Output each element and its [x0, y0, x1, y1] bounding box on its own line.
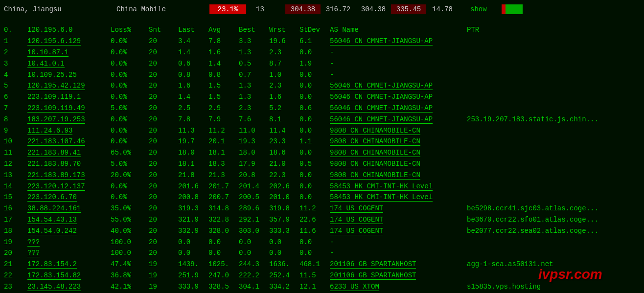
hop-stdev: 0.0	[299, 182, 330, 190]
hop-num: 13	[4, 171, 27, 179]
hop-asn[interactable]: 6233 US XTOM	[330, 283, 467, 291]
hop-best: 18.0	[239, 149, 269, 157]
hop-ip[interactable]: 154.54.43.13	[27, 216, 111, 224]
hop-wrst: 319.8	[269, 204, 299, 212]
hop-asn[interactable]: -	[330, 238, 467, 246]
hop-asn[interactable]: 174 US COGENT	[330, 227, 467, 235]
hop-asn[interactable]: 56046 CN CMNET-JIANGSU-AP	[330, 115, 467, 123]
hop-asn[interactable]: -	[330, 48, 467, 56]
hop-best: 3.3	[239, 37, 269, 45]
hop-asn[interactable]: 56046 CN CMNET-JIANGSU-AP	[330, 82, 467, 90]
hop-num: 2	[4, 48, 27, 56]
hop-stdev: 0.0	[299, 93, 330, 101]
hop-asn[interactable]: 9808 CN CHINAMOBILE-CN	[330, 149, 467, 157]
hop-ptr: be5298.ccr41.sjc03.atlas.coge...	[467, 204, 640, 212]
hop-num: 23	[4, 283, 27, 291]
hop-asn[interactable]: 201106 GB SPARTANHOST	[330, 271, 467, 279]
hop-asn[interactable]: 58453 HK CMI-INT-HK Level	[330, 193, 467, 201]
hop-ip[interactable]: 10.109.25.25	[27, 71, 111, 79]
hop-asn[interactable]: 201106 GB SPARTANHOST	[330, 260, 467, 268]
hop-ip[interactable]: 223.120.12.137	[27, 182, 111, 190]
hop-loss: 0.0%	[111, 137, 149, 145]
hop-last: 251.9	[178, 271, 208, 279]
hop-asn[interactable]: 9808 CN CHINAMOBILE-CN	[330, 160, 467, 168]
hop-num: 9	[4, 127, 27, 135]
location: China, Jiangsu	[4, 5, 116, 13]
hop-asn[interactable]: 174 US COGENT	[330, 216, 467, 224]
hop-avg: 11.2	[208, 127, 239, 135]
hop-asn[interactable]: -	[330, 60, 467, 68]
hop-best: 11.0	[239, 127, 269, 135]
hop-avg: 21.3	[208, 171, 239, 179]
hop-asn[interactable]: 58453 HK CMI-INT-HK Level	[330, 182, 467, 190]
hop-asn[interactable]: 9808 CN CHINAMOBILE-CN	[330, 127, 467, 135]
hop-ip[interactable]: 183.207.19.253	[27, 115, 111, 123]
hop-best: 2.3	[239, 104, 269, 112]
hop-best: 7.6	[239, 115, 269, 123]
hop-ip[interactable]: 154.54.0.242	[27, 227, 111, 235]
hop-ip[interactable]: 172.83.154.82	[27, 271, 111, 279]
stat-avg: 316.72	[321, 4, 356, 14]
hop-ip[interactable]: 221.183.107.46	[27, 137, 111, 145]
hop-asn[interactable]: 9808 CN CHINAMOBILE-CN	[330, 137, 467, 145]
hop-asn[interactable]: -	[330, 71, 467, 79]
hop-ip[interactable]: 221.183.89.70	[27, 160, 111, 168]
hop-ip[interactable]: 223.109.119.49	[27, 104, 111, 112]
hop-loss: 0.0%	[111, 48, 149, 56]
hop-asn[interactable]: -	[330, 249, 467, 257]
hop-ip[interactable]: 38.88.224.161	[27, 204, 111, 212]
hop-ip[interactable]: 10.41.0.1	[27, 60, 111, 68]
hop-stdev: 0.0	[299, 193, 330, 201]
hop-ip[interactable]: 23.145.48.223	[27, 283, 111, 291]
hop-wrst: 11.4	[269, 127, 299, 135]
col-ip: 120.195.6.0	[27, 26, 111, 34]
hop-num: 7	[4, 104, 27, 112]
hop-ptr: be3670.ccr22.sfo01.atlas.coge...	[467, 216, 640, 224]
hop-last: 21.8	[178, 171, 208, 179]
hop-wrst: 0.0	[269, 238, 299, 246]
hop-ip[interactable]: 223.109.119.1	[27, 93, 111, 101]
hop-asn[interactable]: 56046 CN CMNET-JIANGSU-AP	[330, 93, 467, 101]
indicator-green	[506, 4, 523, 14]
hop-num: 10	[4, 137, 27, 145]
hop-ip[interactable]: ???	[27, 249, 111, 257]
hop-best: 0.7	[239, 71, 269, 79]
hop-ip[interactable]: 111.24.6.93	[27, 127, 111, 135]
hop-num: 18	[4, 227, 27, 235]
hop-asn[interactable]: 9808 CN CHINAMOBILE-CN	[330, 171, 467, 179]
hop-ip[interactable]: 120.195.42.129	[27, 82, 111, 90]
hop-avg: 247.0	[208, 271, 239, 279]
hop-best: 1.3	[239, 93, 269, 101]
hop-last: 200.8	[178, 193, 208, 201]
column-headers: 0. 120.195.6.0 Loss% Snt Last Avg Best W…	[4, 24, 640, 36]
hop-asn[interactable]: 174 US COGENT	[330, 204, 467, 212]
hop-num: 15	[4, 193, 27, 201]
hop-num: 21	[4, 260, 27, 268]
show-button[interactable]: show	[460, 5, 487, 13]
summary-header: China, Jiangsu China Mobile 23.1% 13 304…	[4, 4, 640, 15]
hop-asn[interactable]: 56046 CN CMNET-JIANGSU-AP	[330, 37, 467, 45]
hop-ip[interactable]: 10.10.87.1	[27, 48, 111, 56]
hop-loss: 0.0%	[111, 60, 149, 68]
hop-row: 310.41.0.10.0%200.61.40.58.71.9-	[4, 58, 640, 69]
hop-loss: 5.0%	[111, 160, 149, 168]
hop-ip[interactable]: ???	[27, 238, 111, 246]
hop-stdev: 11.5	[299, 271, 330, 279]
hop-wrst: 202.6	[269, 182, 299, 190]
hop-snt: 20	[149, 160, 178, 168]
hop-ip[interactable]: 223.120.6.70	[27, 193, 111, 201]
hop-wrst: 8.7	[269, 60, 299, 68]
hop-best: 20.8	[239, 171, 269, 179]
hop-wrst: 1636.	[269, 260, 299, 268]
hop-ip[interactable]: 221.183.89.41	[27, 149, 111, 157]
hop-snt: 20	[149, 193, 178, 201]
hop-last: 11.3	[178, 127, 208, 135]
hop-last: 319.3	[178, 204, 208, 212]
hop-loss: 0.0%	[111, 182, 149, 190]
hop-ip[interactable]: 172.83.154.2	[27, 260, 111, 268]
hop-stdev: 0.0	[299, 82, 330, 90]
hop-asn[interactable]: 56046 CN CMNET-JIANGSU-AP	[330, 104, 467, 112]
hop-ip[interactable]: 120.195.6.129	[27, 37, 111, 45]
hop-num: 4	[4, 71, 27, 79]
hop-ip[interactable]: 221.183.89.173	[27, 171, 111, 179]
